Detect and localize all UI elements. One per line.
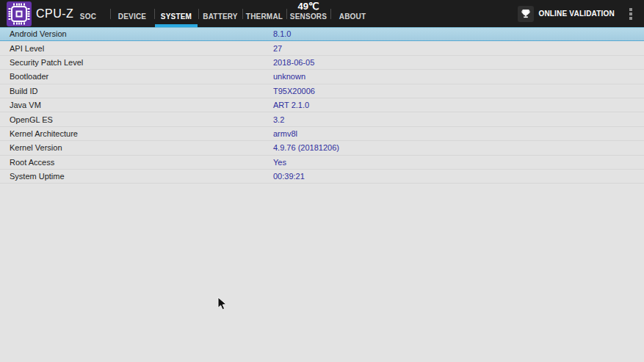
tab-device[interactable]: DEVICE [110, 0, 154, 27]
row-label: Java VM [0, 101, 273, 109]
row-value: 8.1.0 [273, 29, 291, 38]
row-value: 00:39:21 [273, 172, 305, 181]
table-row-security-patch-level[interactable]: Security Patch Level 2018-06-05 [0, 56, 644, 70]
table-row-system-uptime[interactable]: System Uptime 00:39:21 [0, 170, 644, 184]
row-label: OpenGL ES [0, 115, 273, 124]
row-label: Build ID [0, 87, 273, 95]
row-value: unknown [273, 72, 305, 81]
row-label: Bootloader [0, 72, 273, 81]
top-app-bar: CPU-Z SOC DEVICE SYSTEM BATTERY THERMAL … [0, 0, 644, 27]
online-validation-button[interactable]: ONLINE VALIDATION [518, 6, 615, 22]
overflow-menu-icon[interactable] [628, 5, 634, 23]
table-row-android-version[interactable]: Android Version 8.1.0 [0, 27, 644, 41]
table-row-root-access[interactable]: Root Access Yes [0, 156, 644, 170]
row-label: Kernel Architecture [0, 129, 273, 138]
tab-system[interactable]: SYSTEM [154, 0, 198, 27]
temperature-readout: 49℃ [281, 1, 336, 12]
tab-bar: SOC DEVICE SYSTEM BATTERY THERMAL 49℃ SE… [66, 0, 375, 27]
table-row-build-id[interactable]: Build ID T95X20006 [0, 84, 644, 98]
tab-soc[interactable]: SOC [66, 0, 110, 27]
row-value: 2018-06-05 [273, 58, 314, 67]
row-value: armv8l [273, 129, 297, 138]
cpu-chip-icon [7, 1, 32, 26]
tab-battery[interactable]: BATTERY [198, 0, 242, 27]
table-row-java-vm[interactable]: Java VM ART 2.1.0 [0, 98, 644, 112]
table-row-bootloader[interactable]: Bootloader unknown [0, 70, 644, 84]
trophy-icon [518, 6, 534, 22]
row-value: 3.2 [273, 115, 284, 124]
row-label: Root Access [0, 158, 273, 167]
row-label: System Uptime [0, 172, 273, 181]
row-label: Kernel Version [0, 143, 273, 152]
table-row-opengl-es[interactable]: OpenGL ES 3.2 [0, 112, 644, 126]
cpu-z-app-window: CPU-Z SOC DEVICE SYSTEM BATTERY THERMAL … [0, 0, 644, 362]
online-validation-label: ONLINE VALIDATION [538, 10, 615, 18]
tab-about[interactable]: ABOUT [330, 0, 375, 27]
table-row-api-level[interactable]: API Level 27 [0, 41, 644, 55]
row-value: 27 [273, 44, 282, 53]
row-value: Yes [273, 158, 286, 167]
row-label: Security Patch Level [0, 58, 273, 67]
table-row-kernel-architecture[interactable]: Kernel Architecture armv8l [0, 127, 644, 141]
row-label: API Level [0, 44, 273, 53]
table-row-kernel-version[interactable]: Kernel Version 4.9.76 (20181206) [0, 141, 644, 155]
topbar-actions: ONLINE VALIDATION [518, 0, 634, 27]
row-label: Android Version [0, 29, 273, 38]
row-value: ART 2.1.0 [273, 101, 309, 109]
tab-sensors[interactable]: 49℃ SENSORS [286, 0, 330, 27]
mouse-cursor [217, 297, 228, 314]
row-value: 4.9.76 (20181206) [273, 143, 339, 152]
tab-thermal[interactable]: THERMAL [242, 0, 286, 27]
system-info-table: Android Version 8.1.0 API Level 27 Secur… [0, 27, 644, 184]
row-value: T95X20006 [273, 87, 315, 95]
